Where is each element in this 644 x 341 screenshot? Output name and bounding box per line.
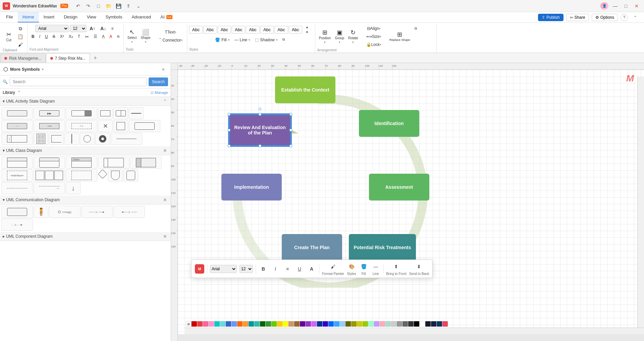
bullet-button[interactable]: ≔ xyxy=(83,33,91,40)
sym-down-arrow[interactable]: ↓ xyxy=(66,182,80,194)
canvas-area[interactable]: -40 -30 -20 -10 0 10 20 30 40 xyxy=(171,63,644,341)
handle-bm[interactable] xyxy=(259,145,261,147)
color-swatch-mint[interactable] xyxy=(368,321,374,327)
sym-cross[interactable]: ✕ xyxy=(98,120,113,132)
ft-align-button[interactable]: ≡ xyxy=(283,264,292,274)
sym-class-3[interactable]: Class xyxy=(66,157,97,169)
style-abc-2[interactable]: Abc xyxy=(203,26,217,34)
style-abc-7[interactable]: Abc xyxy=(274,26,288,34)
color-swatch-blue3[interactable] xyxy=(328,321,334,327)
style-abc-6[interactable]: Abc xyxy=(260,26,274,34)
text-button[interactable]: T Text ▾ xyxy=(156,29,184,36)
color-swatch-pink[interactable] xyxy=(203,321,208,327)
scrollbar-horizontal[interactable] xyxy=(184,328,644,334)
sym-diamond-2[interactable] xyxy=(98,169,107,179)
section-class-close-button[interactable]: ✕ xyxy=(162,148,168,154)
cut-button[interactable]: ✂ Cut xyxy=(3,27,15,46)
sym-stick-figure[interactable]: 🧍 xyxy=(34,206,48,218)
style-abc-8[interactable]: Abc xyxy=(289,26,302,34)
color-swatch-lime[interactable] xyxy=(271,321,277,327)
color-swatch-ltteal[interactable] xyxy=(385,321,391,327)
text-bg-button[interactable]: A xyxy=(100,33,107,40)
color-swatch-gray2[interactable] xyxy=(397,321,402,327)
open-button[interactable]: 📁 xyxy=(104,2,113,10)
sym-circle-1[interactable] xyxy=(80,133,95,145)
color-swatch-rose[interactable] xyxy=(380,321,385,327)
handle-bl[interactable] xyxy=(228,145,230,147)
color-swatch-red1[interactable] xyxy=(192,321,197,327)
color-swatch-ltpurple[interactable] xyxy=(374,321,379,327)
fill-button[interactable]: 🪣 Fill ▾ xyxy=(213,36,231,44)
rotate-button[interactable]: ↻ Rotate ▾ xyxy=(346,27,360,46)
shape-button[interactable]: ⬜ Shape ▾ xyxy=(139,27,152,45)
handle-tl[interactable] xyxy=(228,113,230,116)
doc-tab-2[interactable]: 7 Step Risk Ma... xyxy=(46,53,90,63)
style-abc-1[interactable]: Abc xyxy=(189,26,203,34)
color-swatch-yellow2[interactable] xyxy=(283,321,288,327)
sym-activity-2[interactable]: ▶▶ xyxy=(34,107,65,119)
sym-class-group1[interactable] xyxy=(34,169,65,181)
color-swatch-purple1[interactable] xyxy=(300,321,305,327)
color-swatch-purple2[interactable] xyxy=(306,321,311,327)
doc-tab-1[interactable]: Risk Manageme... xyxy=(0,53,46,63)
color-swatch-brown[interactable] xyxy=(294,321,300,327)
color-swatch-olive[interactable] xyxy=(345,321,351,327)
color-swatch-yellow[interactable] xyxy=(277,321,282,327)
sym-class-9[interactable] xyxy=(123,169,138,181)
ft-format-painter-button[interactable]: 🖌 xyxy=(328,262,338,271)
bold-button[interactable]: B xyxy=(30,33,37,40)
arrangement-expand-button[interactable]: ⧉ xyxy=(413,25,419,32)
redo-button[interactable]: ↷ xyxy=(84,2,93,10)
sym-activity-6[interactable]: → xyxy=(1,120,33,132)
sym-class-7[interactable] xyxy=(66,169,97,181)
more-button[interactable]: ⌄ xyxy=(134,2,143,10)
add-tab-button[interactable]: + xyxy=(91,53,100,63)
sym-activity-8[interactable]: ~~ xyxy=(66,120,97,132)
style-abc-5[interactable]: Abc xyxy=(246,26,259,34)
sym-rect-4[interactable] xyxy=(49,133,64,145)
sym-class-6[interactable]: «interface» xyxy=(1,169,33,181)
font-expand-button[interactable]: ⧉ xyxy=(115,33,121,40)
font-family-select[interactable]: Arial xyxy=(35,25,69,32)
menu-file[interactable]: File xyxy=(1,12,18,22)
color-swatch-ltgreen[interactable] xyxy=(363,321,368,327)
save-button[interactable]: 💾 xyxy=(114,2,123,10)
sym-circle-2[interactable] xyxy=(95,133,110,145)
color-swatch-gray3[interactable] xyxy=(402,321,408,327)
color-swatch-teal2[interactable] xyxy=(254,321,260,327)
sym-dash-line[interactable] xyxy=(111,133,142,145)
sym-comm-1[interactable] xyxy=(1,206,33,218)
section-activity-hide-button[interactable]: ⌃ xyxy=(162,98,168,104)
style-abc-4[interactable]: Abc xyxy=(232,26,245,34)
sym-dash-line-2[interactable] xyxy=(1,182,33,194)
color-swatch-gray4[interactable] xyxy=(408,321,414,327)
section-uml-communication[interactable]: ▾ UML Communication Diagram ✕ xyxy=(0,195,171,205)
handle-rotate[interactable] xyxy=(259,108,261,110)
paste-button[interactable]: 📋 xyxy=(15,33,25,40)
handle-ml[interactable] xyxy=(228,129,230,131)
color-swatch-violet[interactable] xyxy=(311,321,317,327)
share-button[interactable]: ⇦ Share xyxy=(566,14,589,21)
format-painter-button[interactable]: 🖌 xyxy=(15,41,25,48)
new-button[interactable]: □ xyxy=(94,2,103,10)
maximize-button[interactable]: □ xyxy=(621,2,631,10)
sym-activity-7[interactable]: ⟹ xyxy=(34,120,65,132)
user-avatar[interactable]: 👤 xyxy=(600,2,609,10)
section-uml-class[interactable]: ▾ UML Class Diagram ✕ xyxy=(0,146,171,155)
font-size-down-button[interactable]: A↓ xyxy=(98,25,108,32)
shape-implementation[interactable]: Implementation xyxy=(221,174,282,201)
manage-button[interactable]: ☑ Manage xyxy=(151,91,168,95)
copy-button[interactable]: ⧉ xyxy=(15,25,25,32)
underline-button[interactable]: U xyxy=(43,33,50,40)
sym-class-2[interactable] xyxy=(34,157,65,169)
color-swatch-ltyellow[interactable] xyxy=(357,321,362,327)
color-swatch-tan[interactable] xyxy=(288,321,294,327)
menu-home[interactable]: Home xyxy=(18,12,39,22)
close-button[interactable]: ✕ xyxy=(632,2,641,10)
sym-dash-line-3[interactable]: → xyxy=(34,182,65,194)
sym-activity-1[interactable] xyxy=(1,107,33,119)
sym-comm-2[interactable]: 1:msg() xyxy=(49,206,80,218)
handle-tm[interactable] xyxy=(259,113,261,116)
replace-shape-button[interactable]: ⊞ Replace Shape xyxy=(388,27,412,46)
publish-button[interactable]: ⇧ Publish xyxy=(538,14,563,21)
